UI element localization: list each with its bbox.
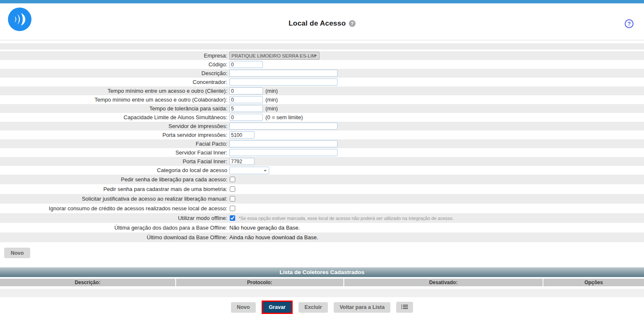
form-row-pedir-senha-biometria: Pedir senha para cadastrar mais de uma b… — [0, 184, 644, 194]
concentrador-label: Concentrador: — [0, 79, 229, 85]
descricao-label: Descrição: — [0, 70, 229, 76]
porta-servidor-impressoes-control-area — [229, 131, 644, 139]
novo-coletor-button[interactable]: Novo — [4, 248, 30, 258]
utilizar-modo-offline-checkbox[interactable] — [230, 215, 235, 221]
tempo-minimo-colaborador-suffix: (min) — [265, 97, 278, 103]
concentrador-input[interactable] — [229, 78, 338, 86]
utilizar-modo-offline-note: *Se essa opção estiver marcada, esse loc… — [239, 216, 454, 221]
tempo-tolerancia-saida-label: Tempo de tolerância para saída: — [0, 105, 229, 112]
categoria-local-acesso-select[interactable]: ⌄ — [229, 167, 269, 174]
list-icon — [401, 304, 408, 310]
tempo-tolerancia-saida-input[interactable] — [229, 105, 263, 112]
annotation-highlight-box: Gravar — [262, 301, 293, 314]
list-view-button[interactable] — [396, 302, 413, 313]
column-header-desativado: Desativado: — [344, 279, 543, 286]
ultima-geracao-base-offline-label: Última geração dos dados para a Base Off… — [0, 225, 229, 231]
tempo-minimo-colaborador-control-area: (min) — [229, 96, 644, 103]
codigo-input[interactable] — [229, 61, 263, 68]
empty-form-band — [0, 43, 644, 50]
tempo-minimo-cliente-suffix: (min) — [265, 88, 278, 94]
codigo-control-area — [229, 61, 644, 68]
top-accent-bar — [0, 0, 644, 3]
porta-facial-inner-label: Porta Facial Inner: — [0, 158, 229, 165]
codigo-label: Código: — [0, 61, 229, 68]
ultimo-download-base-offline-control-area: Ainda não houve download da Base. — [229, 234, 644, 241]
empresa-select-value: PRATIQUE LIMOEIRO SERRA ES-LIM — [230, 53, 317, 58]
empresa-control-area: PRATIQUE LIMOEIRO SERRA ES-LIM⌄ — [229, 52, 644, 60]
form-row-tempo-minimo-colaborador: Tempo mínimo entre um acesso e outro (Co… — [0, 95, 644, 104]
form-row-concentrador: Concentrador: — [0, 78, 644, 86]
tempo-minimo-cliente-label: Tempo mínimo entre um acesso e outro (Cl… — [0, 88, 229, 94]
servidor-facial-inner-control-area — [229, 149, 644, 156]
pedir-senha-liberacao-control-area — [229, 177, 644, 182]
form-row-facial-pacto: Facial Pacto: — [0, 139, 644, 148]
pedir-senha-biometria-checkbox[interactable] — [230, 186, 235, 192]
tempo-minimo-cliente-input[interactable] — [229, 87, 263, 94]
form-row-capacidade-limite: Capacidade Limite de Alunos Simultâneos:… — [0, 113, 644, 122]
form-row-utilizar-modo-offline: Utilizar modo offline:*Se essa opção est… — [0, 213, 644, 223]
tempo-minimo-colaborador-input[interactable] — [229, 96, 263, 103]
novo-button[interactable]: Novo — [231, 302, 256, 313]
facial-pacto-control-area — [229, 140, 644, 147]
ignorar-consumo-credito-control-area — [229, 206, 644, 211]
servidor-impressoes-input[interactable] — [229, 123, 338, 130]
descricao-input[interactable] — [229, 70, 338, 77]
facial-pacto-input[interactable] — [229, 140, 338, 147]
ultimo-download-base-offline-label: Último download da Base Offline: — [0, 234, 229, 241]
capacidade-limite-input[interactable] — [229, 114, 263, 121]
pedir-senha-biometria-control-area — [229, 186, 644, 192]
solicitar-justificativa-checkbox[interactable] — [230, 196, 235, 201]
form-rows: Empresa:PRATIQUE LIMOEIRO SERRA ES-LIM⌄C… — [0, 51, 644, 242]
form-row-tempo-tolerancia-saida: Tempo de tolerância para saída:(min) — [0, 104, 644, 113]
tempo-minimo-colaborador-label: Tempo mínimo entre um acesso e outro (Co… — [0, 97, 229, 103]
ultima-geracao-base-offline-value: Não houve geração da Base. — [229, 225, 300, 231]
pedir-senha-liberacao-label: Pedir senha de liberação para cada acess… — [0, 176, 229, 183]
solicitar-justificativa-label: Solicitar justificativa de acesso ao rea… — [0, 196, 229, 202]
servidor-facial-inner-input[interactable] — [229, 149, 338, 156]
form-row-pedir-senha-liberacao: Pedir senha de liberação para cada acess… — [0, 175, 644, 184]
coletores-table-title: Lista de Coletores Cadastrados — [0, 267, 644, 277]
column-header-opções: Opções — [543, 279, 644, 286]
gravar-button[interactable]: Gravar — [263, 302, 291, 313]
form-row-ultima-geracao-base-offline: Última geração dos dados para a Base Off… — [0, 223, 644, 233]
servidor-facial-inner-label: Servidor Facial Inner: — [0, 149, 229, 156]
title-help-icon[interactable]: ? — [349, 20, 356, 27]
tempo-minimo-cliente-control-area: (min) — [229, 87, 644, 94]
porta-facial-inner-input[interactable] — [229, 158, 254, 165]
ignorar-consumo-credito-checkbox[interactable] — [230, 206, 235, 211]
excluir-button[interactable]: Excluir — [299, 302, 328, 313]
capacidade-limite-suffix: (0 = sem limite) — [265, 114, 303, 120]
empresa-label: Empresa: — [0, 52, 229, 59]
help-icon[interactable]: ? — [625, 19, 634, 28]
capacidade-limite-label: Capacidade Limite de Alunos Simultâneos: — [0, 114, 229, 120]
descricao-control-area — [229, 70, 644, 77]
concentrador-control-area — [229, 78, 644, 86]
form-row-porta-servidor-impressoes: Porta servidor impressões: — [0, 131, 644, 139]
categoria-local-acesso-control-area: ⌄ — [229, 167, 644, 174]
utilizar-modo-offline-label: Utilizar modo offline: — [0, 215, 229, 221]
page-header: Local de Acesso ? ? — [0, 3, 644, 40]
form-row-categoria-local-acesso: Categoria do local de acesso⌄ — [0, 166, 644, 175]
pedir-senha-liberacao-checkbox[interactable] — [230, 177, 235, 182]
porta-facial-inner-control-area — [229, 158, 644, 165]
empresa-select[interactable]: PRATIQUE LIMOEIRO SERRA ES-LIM⌄ — [229, 52, 319, 60]
porta-servidor-impressoes-input[interactable] — [229, 131, 254, 139]
form-row-empresa: Empresa:PRATIQUE LIMOEIRO SERRA ES-LIM⌄ — [0, 51, 644, 60]
form-row-ultimo-download-base-offline: Último download da Base Offline:Ainda nã… — [0, 233, 644, 242]
categoria-local-acesso-label: Categoria do local de acesso — [0, 167, 229, 173]
app-logo-icon — [8, 7, 32, 31]
tempo-tolerancia-saida-control-area: (min) — [229, 105, 644, 112]
form-row-descricao: Descrição: — [0, 69, 644, 78]
form-row-solicitar-justificativa: Solicitar justificativa de acesso ao rea… — [0, 194, 644, 204]
servidor-impressoes-label: Servidor de impressões: — [0, 123, 229, 129]
ultimo-download-base-offline-value: Ainda não houve download da Base. — [229, 234, 318, 241]
ignorar-consumo-credito-label: Ignorar consumo de crédito de acessos re… — [0, 205, 229, 212]
coletores-table-empty-row — [0, 289, 644, 297]
pedir-senha-biometria-label: Pedir senha para cadastrar mais de uma b… — [0, 186, 229, 192]
form-row-servidor-facial-inner: Servidor Facial Inner: — [0, 148, 644, 157]
ultima-geracao-base-offline-control-area: Não houve geração da Base. — [229, 225, 644, 231]
form-row-tempo-minimo-cliente: Tempo mínimo entre um acesso e outro (Cl… — [0, 86, 644, 95]
voltar-para-a-lista-button[interactable]: Voltar para a Lista — [334, 302, 390, 313]
form-row-porta-facial-inner: Porta Facial Inner: — [0, 157, 644, 166]
column-header-protocolo: Protocolo: — [176, 279, 343, 286]
